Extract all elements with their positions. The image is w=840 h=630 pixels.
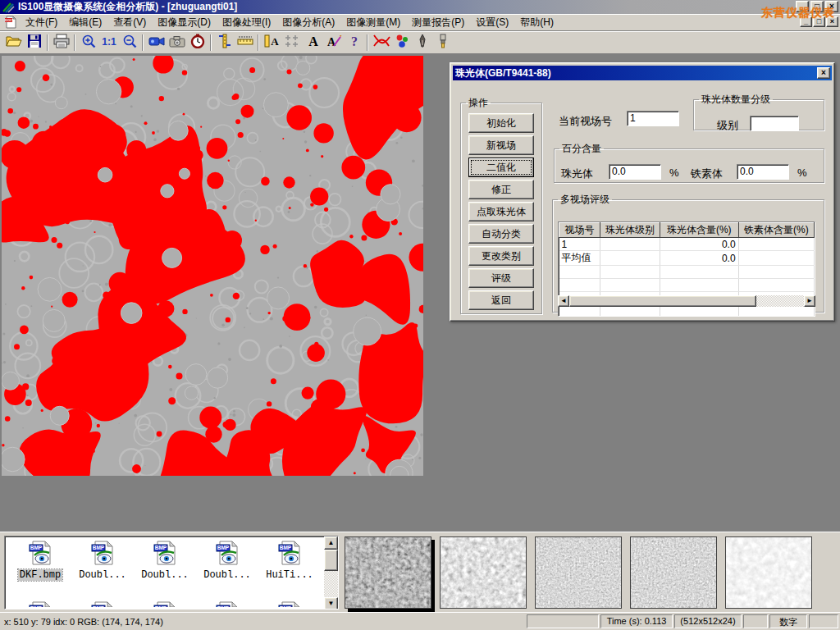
bmp-file-icon: BMP <box>276 600 303 607</box>
status-panel-empty <box>527 614 599 628</box>
table-header-0[interactable]: 视场号 <box>559 223 600 238</box>
svg-text:BMP: BMP <box>280 605 292 607</box>
metallograph-image[interactable] <box>2 56 423 476</box>
micrograph-thumbnail-3[interactable] <box>630 536 717 609</box>
toolbar-timer-button[interactable] <box>187 33 208 52</box>
save-icon <box>27 34 42 51</box>
toolbar-text-edit-button[interactable]: A <box>323 33 344 52</box>
file-list-scrollbar[interactable]: ▲ ▼ <box>324 536 338 609</box>
toolbar-separator <box>74 34 75 51</box>
menu-item-6[interactable]: 图像测量(M) <box>340 14 406 31</box>
ops-button-2[interactable]: 二值化 <box>468 158 534 177</box>
dialog-close-button[interactable]: × <box>817 67 830 79</box>
table-header-2[interactable]: 珠光体含量(%) <box>660 223 738 238</box>
status-panel-empty <box>809 614 838 628</box>
scroll-down-arrow-icon[interactable]: ▼ <box>324 597 338 609</box>
svg-text:BMP: BMP <box>93 605 105 607</box>
file-item[interactable]: BMP DKF.bmp <box>10 540 71 581</box>
toolbar-brush-tool-button[interactable] <box>432 33 453 52</box>
file-item-partial[interactable]: BMP <box>72 600 133 607</box>
svg-text:DOC: DOC <box>5 18 12 22</box>
ops-button-0[interactable]: 初始化 <box>468 113 534 133</box>
file-item-partial[interactable]: BMP <box>10 600 71 607</box>
ops-button-7[interactable]: 评级 <box>468 268 534 288</box>
file-item-partial[interactable]: BMP <box>135 600 195 607</box>
menu-item-4[interactable]: 图像处理(I) <box>217 14 276 31</box>
curve-tool-icon <box>372 34 390 51</box>
toolbar-video-camera-button[interactable] <box>146 33 167 52</box>
ferrite-percent-input[interactable]: 0.0 <box>737 164 789 180</box>
scroll-left-arrow-icon[interactable]: ◄ <box>558 295 569 307</box>
micrograph-thumbnail-1[interactable] <box>440 536 527 609</box>
ops-button-6[interactable]: 更改类别 <box>468 246 534 266</box>
ops-button-5[interactable]: 自动分类 <box>468 224 534 244</box>
file-item[interactable]: BMP Doubl... <box>72 540 133 581</box>
pearlite-dialog: 珠光体(GB/T9441-88) × 操作 初始化新视场二值化修正点取珠光体自动… <box>450 62 835 322</box>
bmp-file-icon: BMP <box>276 540 303 566</box>
toolbar-help-button[interactable]: ? <box>344 33 364 52</box>
current-field-label: 当前视场号 <box>559 114 612 129</box>
menu-item-1[interactable]: 编辑(E) <box>63 14 107 31</box>
micrograph-thumbnail-4[interactable] <box>725 536 812 609</box>
toolbar-actual-size-button[interactable]: 1:1 <box>98 33 119 52</box>
menu-item-0[interactable]: 文件(F) <box>20 14 63 31</box>
bmp-file-icon: BMP <box>152 540 178 566</box>
toolbar-pen-tool-button[interactable] <box>412 33 432 52</box>
toolbar-zoom-in-button[interactable] <box>78 33 98 52</box>
toolbar-text-label-button[interactable]: A <box>303 33 323 52</box>
table-horizontal-scrollbar[interactable]: ◄ ► <box>558 295 815 307</box>
table-header-1[interactable]: 珠光体级别 <box>600 223 660 238</box>
toolbar-caliper-button[interactable] <box>214 33 235 52</box>
toolbar-save-button[interactable] <box>24 33 44 52</box>
toolbar-measure-grid-button[interactable] <box>282 33 303 52</box>
menu-item-3[interactable]: 图像显示(D) <box>152 14 217 31</box>
document-icon[interactable]: DOC <box>4 16 17 29</box>
operations-group: 操作 初始化新视场二值化修正点取珠光体自动分类更改类别评级返回 <box>460 96 542 314</box>
dialog-title-bar[interactable]: 珠光体(GB/T9441-88) × <box>453 66 832 80</box>
menu-item-5[interactable]: 图像分析(A) <box>276 14 340 31</box>
micrograph-thumbnail-0[interactable] <box>345 536 431 609</box>
file-item[interactable]: BMP Doubl... <box>135 540 195 581</box>
table-row-empty <box>559 266 815 279</box>
toolbar-photo-camera-button[interactable] <box>167 33 187 52</box>
menu-item-8[interactable]: 设置(S) <box>470 14 514 31</box>
bmp-file-icon: BMP <box>27 600 53 607</box>
svg-text:A: A <box>271 35 279 48</box>
file-item[interactable]: BMP Doubl... <box>197 540 258 581</box>
menu-item-7[interactable]: 测量报告(P) <box>406 14 470 31</box>
scrollbar-thumb[interactable] <box>569 295 756 307</box>
toolbar-zoom-out-button[interactable] <box>119 33 139 52</box>
ops-button-8[interactable]: 返回 <box>468 290 534 310</box>
image-browser-panel: BMP DKF.bmp BMP BMP Doubl... BMP BMP Dou… <box>0 532 840 612</box>
file-item-partial[interactable]: BMP <box>197 600 258 607</box>
ops-button-4[interactable]: 点取珠光体 <box>468 202 534 221</box>
grade-input[interactable] <box>750 116 799 131</box>
toolbar-measure-text-button[interactable]: A <box>262 33 282 52</box>
scroll-up-arrow-icon[interactable]: ▲ <box>324 536 338 550</box>
ops-button-3[interactable]: 修正 <box>468 180 534 199</box>
toolbar-curve-tool-button[interactable] <box>371 33 391 52</box>
toolbar-ruler-button[interactable] <box>235 33 255 52</box>
classify-dots-icon <box>394 34 410 51</box>
operations-group-label: 操作 <box>466 96 491 110</box>
pearlite-percent-input[interactable]: 0.0 <box>609 164 661 180</box>
menu-item-9[interactable]: 帮助(H) <box>514 14 559 31</box>
scrollbar-thumb[interactable] <box>324 550 338 571</box>
toolbar-print-button[interactable] <box>51 33 71 52</box>
menu-item-2[interactable]: 查看(V) <box>107 14 152 31</box>
file-item-partial[interactable]: BMP <box>259 600 320 607</box>
micrograph-thumbnail-2[interactable] <box>535 536 622 609</box>
timer-icon <box>190 34 205 51</box>
scroll-right-arrow-icon[interactable]: ► <box>804 295 815 307</box>
ops-button-1[interactable]: 新视场 <box>468 135 534 155</box>
status-panel-empty <box>743 614 768 628</box>
current-field-input[interactable]: 1 <box>627 111 679 126</box>
table-header-3[interactable]: 铁素体含量(%) <box>738 223 814 238</box>
ferrite-label: 铁素体 <box>691 167 723 181</box>
file-item[interactable]: BMP HuiTi... <box>259 540 320 581</box>
table-row[interactable]: 10.0 <box>559 238 815 251</box>
toolbar-open-button[interactable] <box>3 33 24 52</box>
table-row[interactable]: 平均值0.0 <box>559 251 815 266</box>
toolbar-classify-dots-button[interactable] <box>391 33 412 52</box>
status-bar: x: 510 y: 79 idx: 0 RGB: (174, 174, 174)… <box>0 612 840 630</box>
